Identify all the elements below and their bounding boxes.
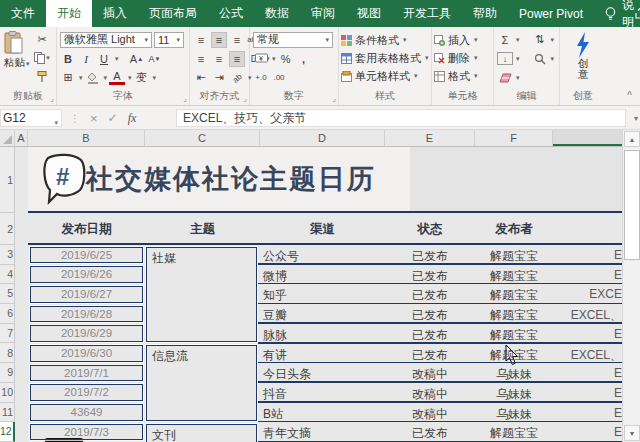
cell-publisher-row10[interactable]: 乌妹妹 bbox=[475, 386, 553, 403]
phonetic-guide-button[interactable]: 变 bbox=[134, 70, 150, 86]
increase-decimal-button[interactable]: +.0 bbox=[253, 70, 269, 86]
borders-button[interactable]: ⊞ bbox=[60, 70, 76, 86]
tab-view[interactable]: 视图 bbox=[346, 0, 392, 27]
cell-date-row9[interactable]: 2019/7/1 bbox=[30, 365, 143, 382]
copy-button[interactable]: ▾ bbox=[34, 50, 50, 66]
name-box[interactable]: G12 ▾ bbox=[0, 109, 62, 127]
cell-channel-row8[interactable]: 有讲 bbox=[263, 347, 287, 364]
cell-publisher-row6[interactable]: 解题宝宝 bbox=[475, 307, 553, 324]
cut-button[interactable]: ✂ bbox=[34, 31, 50, 47]
row-header-8[interactable]: 8 bbox=[0, 344, 15, 364]
cell-gcol-row4[interactable]: E bbox=[553, 268, 622, 282]
clipboard-dialog-launcher[interactable]: ⌟ bbox=[50, 94, 54, 103]
italic-button[interactable]: I bbox=[78, 51, 94, 67]
row-header-2[interactable]: 2 bbox=[0, 213, 15, 245]
cell-channel-row4[interactable]: 微博 bbox=[263, 268, 287, 285]
cell-publisher-row8[interactable]: 解题宝宝 bbox=[475, 347, 553, 364]
decrease-font-size-button[interactable]: A▼ bbox=[147, 51, 163, 67]
cell-gcol-row12[interactable]: E bbox=[553, 425, 622, 439]
tab-help[interactable]: 帮助 bbox=[462, 0, 508, 27]
clear-button[interactable] bbox=[497, 70, 513, 86]
tab-home[interactable]: 开始 bbox=[46, 0, 92, 27]
cell-channel-row6[interactable]: 豆瓣 bbox=[263, 307, 287, 324]
ideas-button[interactable]: 创 意 bbox=[560, 32, 606, 80]
cell-styles-button[interactable]: 单元格样式▾ bbox=[339, 67, 431, 85]
cell-status-row11[interactable]: 改稿中 bbox=[385, 406, 475, 423]
decrease-decimal-button[interactable]: .00 bbox=[271, 70, 287, 86]
cell-gcol-row7[interactable]: E bbox=[553, 327, 622, 341]
share-button[interactable]: 共享 bbox=[634, 0, 640, 27]
tab-review[interactable]: 审阅 bbox=[300, 0, 346, 27]
tell-me-search[interactable]: 操作说明搜索 bbox=[604, 0, 634, 27]
cell-date-row11[interactable]: 43649 bbox=[30, 404, 143, 421]
align-right-button[interactable]: ≡ bbox=[229, 51, 245, 67]
cell-status-row7[interactable]: 已发布 bbox=[385, 327, 475, 344]
tab-insert[interactable]: 插入 bbox=[92, 0, 138, 27]
cell-gcol-row10[interactable]: E bbox=[553, 386, 622, 400]
cell-channel-row10[interactable]: 抖音 bbox=[263, 386, 287, 403]
cell-channel-row5[interactable]: 知乎 bbox=[263, 287, 287, 304]
font-name-select[interactable]: 微软雅黑 Light▾ bbox=[60, 32, 152, 48]
alignment-dialog-launcher[interactable]: ⌟ bbox=[243, 94, 247, 103]
delete-cells-button[interactable]: 删除▾ bbox=[432, 49, 493, 67]
increase-font-size-button[interactable]: A▲ bbox=[129, 51, 145, 67]
align-left-button[interactable]: ≡ bbox=[193, 51, 209, 67]
font-size-select[interactable]: 11▾ bbox=[154, 32, 184, 48]
align-top-button[interactable]: ≡ bbox=[193, 32, 209, 48]
cell-channel-row9[interactable]: 今日头条 bbox=[263, 366, 311, 383]
tab-power-pivot[interactable]: Power Pivot bbox=[508, 0, 594, 27]
cell-channel-row12[interactable]: 青年文摘 bbox=[263, 425, 311, 442]
formula-input[interactable]: EXCEL、技巧、父亲节 bbox=[176, 109, 626, 127]
cell-status-row9[interactable]: 改稿中 bbox=[385, 366, 475, 383]
cell-publisher-row3[interactable]: 解题宝宝 bbox=[475, 248, 553, 265]
cell-publisher-row9[interactable]: 乌妹妹 bbox=[475, 366, 553, 383]
decrease-indent-button[interactable]: ⇤ bbox=[193, 70, 209, 86]
font-dialog-launcher[interactable]: ⌟ bbox=[183, 94, 187, 103]
row-header-5[interactable]: 5 bbox=[0, 284, 15, 304]
row-header-3[interactable]: 3 bbox=[0, 245, 15, 265]
fill-button[interactable]: ↓ bbox=[497, 52, 513, 65]
cell-topic-1[interactable]: 信息流 bbox=[146, 345, 257, 421]
cell-date-row7[interactable]: 2019/6/29 bbox=[30, 325, 143, 342]
cell-date-row12[interactable]: 2019/7/3 bbox=[30, 424, 143, 441]
percent-style-button[interactable]: % bbox=[278, 51, 294, 67]
autosum-button[interactable]: Σ bbox=[497, 32, 513, 48]
cell-topic-0[interactable]: 社媒 bbox=[146, 247, 257, 343]
number-format-select[interactable]: 常规▾ bbox=[253, 32, 333, 48]
align-bottom-button[interactable]: ≡ bbox=[229, 32, 245, 48]
row-header-11[interactable]: 11 bbox=[0, 403, 15, 423]
accounting-format-button[interactable]: ¥ bbox=[253, 51, 269, 67]
insert-cells-button[interactable]: 插入▾ bbox=[432, 31, 493, 49]
format-as-table-button[interactable]: 套用表格格式▾ bbox=[339, 49, 431, 67]
align-middle-button[interactable]: ≡ bbox=[211, 32, 227, 48]
tab-formulas[interactable]: 公式 bbox=[208, 0, 254, 27]
align-center-button[interactable]: ≡ bbox=[211, 51, 227, 67]
cell-gcol-row3[interactable]: E bbox=[553, 248, 622, 262]
cell-gcol-row11[interactable]: E bbox=[553, 406, 622, 420]
cell-channel-row3[interactable]: 公众号 bbox=[263, 248, 299, 265]
row-header-6[interactable]: 6 bbox=[0, 304, 15, 324]
row-header-4[interactable]: 4 bbox=[0, 265, 15, 285]
cell-publisher-row5[interactable]: 解题宝宝 bbox=[475, 287, 553, 304]
col-header-a[interactable]: A bbox=[15, 130, 28, 146]
cell-topic-2[interactable]: 文刊 bbox=[146, 424, 257, 442]
orientation-button[interactable]: ab bbox=[226, 66, 249, 89]
select-all-corner[interactable] bbox=[0, 130, 15, 146]
cell-gcol-row5[interactable]: EXCE bbox=[553, 287, 622, 301]
increase-indent-button[interactable]: ⇥ bbox=[211, 70, 227, 86]
cell-channel-row7[interactable]: 脉脉 bbox=[263, 327, 287, 344]
col-header-c[interactable]: C bbox=[145, 130, 260, 146]
find-select-button[interactable] bbox=[532, 51, 548, 67]
tab-page-layout[interactable]: 页面布局 bbox=[138, 0, 208, 27]
cell-date-row8[interactable]: 2019/6/30 bbox=[30, 345, 143, 362]
row-header-12[interactable]: 12 bbox=[0, 422, 15, 442]
cell-status-row6[interactable]: 已发布 bbox=[385, 307, 475, 324]
row-header-1[interactable]: 1 bbox=[0, 147, 15, 213]
cell-date-row6[interactable]: 2019/6/28 bbox=[30, 306, 143, 323]
enter-entry-button[interactable]: ✓ bbox=[108, 111, 118, 125]
cell-date-row5[interactable]: 2019/6/27 bbox=[30, 286, 143, 303]
cell-publisher-row12[interactable]: 解题宝宝 bbox=[475, 425, 553, 442]
cell-status-row12[interactable]: 已发布 bbox=[385, 425, 475, 442]
conditional-formatting-button[interactable]: 条件格式▾ bbox=[339, 31, 431, 49]
cell-gcol-row6[interactable]: EXCEL、 bbox=[553, 307, 622, 324]
